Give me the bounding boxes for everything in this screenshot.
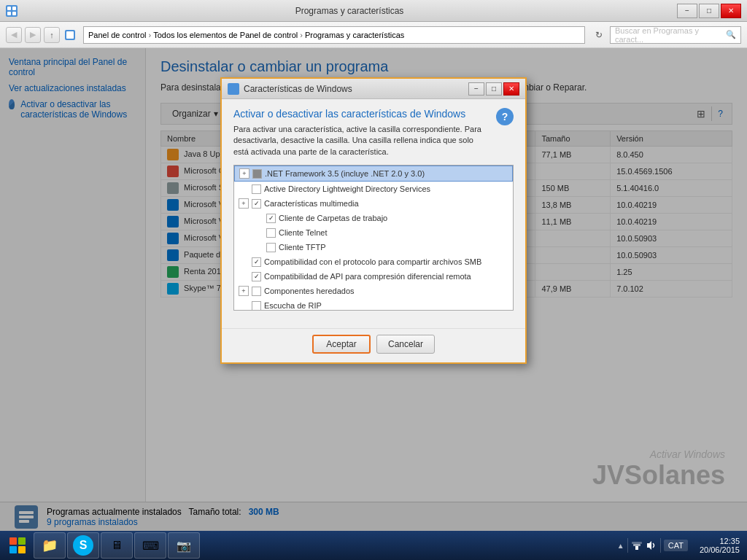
svg-rect-5 [66,31,74,39]
expand-placeholder [239,257,249,267]
taskbar: 📁 S 🖥 ⌨ 📷 ▲ CAT 12:35 20/06/2015 [0,531,747,560]
volume-icon[interactable] [646,540,657,551]
features-list-container: + .NET Framework 3.5 (incluye .NET 2.0 y… [233,165,514,311]
app-icon [6,5,18,17]
tray-show-hidden-button[interactable]: ▲ [617,542,624,550]
dialog-overlay: Características de Windows − □ ✕ Activar… [0,48,747,531]
feature-checkbox[interactable] [252,199,261,209]
expand-placeholder [239,300,249,311]
feature-label: Componentes heredados [264,287,355,295]
dialog-controls[interactable]: − □ ✕ [468,82,519,96]
feature-checkbox[interactable] [252,272,261,281]
svg-rect-1 [12,7,16,10]
clock-date: 20/06/2015 [700,545,740,554]
breadcrumb-part3: Programas y características [305,31,404,39]
feature-checkbox[interactable] [252,169,262,179]
feature-checkbox[interactable] [266,214,276,223]
system-tray: ▲ CAT [611,538,694,553]
taskbar-app4[interactable]: ⌨ [134,532,166,559]
svg-rect-11 [633,544,640,546]
svg-rect-12 [632,542,642,544]
feature-label: Cliente de Carpetas de trabajo [279,214,387,222]
forward-button[interactable]: ▶ [25,27,41,43]
feature-checkbox[interactable] [252,301,261,311]
features-list: + .NET Framework 3.5 (incluye .NET 2.0 y… [234,166,513,311]
window-controls[interactable]: − □ ✕ [677,4,741,18]
feature-label: Compatibilidad de API para compresión di… [264,272,471,281]
expand-placeholder [253,213,263,223]
feature-checkbox[interactable] [252,257,261,267]
language-indicator[interactable]: CAT [664,540,688,551]
feature-item[interactable]: Escucha de RIP [234,298,513,311]
expand-button[interactable]: + [239,198,249,209]
feature-label: Escucha de RIP [264,301,322,310]
dialog-maximize-button[interactable]: □ [486,82,502,96]
feature-item[interactable]: Cliente Telnet [234,225,513,240]
feature-label: Características multimedia [264,199,359,208]
feature-label: Cliente TFTP [279,243,326,252]
start-button[interactable] [3,531,32,560]
feature-checkbox[interactable] [266,243,276,252]
title-bar: Programas y características − □ ✕ [0,0,747,22]
window-title: Programas y características [22,6,677,16]
address-bar[interactable]: Panel de control › Todos los elementos d… [83,26,585,44]
windows-features-dialog: Características de Windows − □ ✕ Activar… [220,77,527,364]
clock-time: 12:35 [700,537,740,545]
refresh-button[interactable]: ↻ [591,26,607,44]
feature-label: Cliente Telnet [279,228,327,237]
feature-checkbox[interactable] [252,287,261,296]
close-button[interactable]: ✕ [721,4,741,18]
dialog-body: Activar o desactivar las características… [222,99,525,328]
cancel-button[interactable]: Cancelar [376,335,435,354]
dialog-header-text: Activar o desactivar las características… [233,108,489,158]
maximize-button[interactable]: □ [699,4,719,18]
dialog-close-button[interactable]: ✕ [503,82,519,96]
taskbar-explorer[interactable]: 📁 [34,532,66,559]
back-button[interactable]: ◀ [6,27,22,43]
taskbar-app5[interactable]: 📷 [168,532,200,559]
breadcrumb-arrow2: › [300,31,303,39]
expand-button[interactable]: + [239,168,249,179]
dialog-title-bar: Características de Windows − □ ✕ [222,79,525,99]
dialog-header-title: Activar o desactivar las características… [233,108,489,120]
feature-item[interactable]: Cliente TFTP [234,240,513,254]
svg-rect-3 [12,12,16,15]
svg-rect-0 [7,7,11,10]
expand-placeholder [253,228,263,238]
feature-item[interactable]: Compatibilidad con el protocolo para com… [234,254,513,269]
feature-label: .NET Framework 3.5 (incluye .NET 2.0 y 3… [265,169,425,178]
feature-label: Compatibilidad con el protocolo para com… [264,257,481,266]
up-button[interactable]: ↑ [44,27,60,43]
dialog-help-icon[interactable]: ? [496,108,514,125]
navigation-bar: ◀ ▶ ↑ Panel de control › Todos los eleme… [0,22,747,48]
expand-placeholder [239,184,249,194]
feature-item[interactable]: Cliente de Carpetas de trabajo [234,211,513,225]
dialog-description: Para activar una característica, active … [233,124,489,158]
feature-item[interactable]: Compatibilidad de API para compresión di… [234,269,513,284]
feature-checkbox[interactable] [252,184,261,194]
taskbar-app3[interactable]: 🖥 [101,532,133,559]
svg-rect-10 [635,546,638,550]
breadcrumb-part1: Panel de control [88,31,147,39]
feature-item[interactable]: Active Directory Lightweight Directory S… [234,182,513,196]
expand-placeholder [253,242,263,252]
feature-item[interactable]: + .NET Framework 3.5 (incluye .NET 2.0 y… [234,166,513,182]
breadcrumb-arrow1: › [149,31,152,39]
network-icon[interactable] [631,540,643,551]
feature-label: Active Directory Lightweight Directory S… [264,184,430,193]
accept-button[interactable]: Aceptar [312,335,371,354]
taskbar-clock[interactable]: 12:35 20/06/2015 [695,537,744,554]
minimize-button[interactable]: − [677,4,697,18]
feature-item[interactable]: + Componentes heredados [234,284,513,298]
expand-placeholder [239,271,249,281]
svg-marker-13 [647,541,651,550]
taskbar-skype[interactable]: S [67,532,99,559]
expand-button[interactable]: + [239,286,249,296]
feature-item[interactable]: + Características multimedia [234,196,513,211]
search-box[interactable]: Buscar en Programas y caract... 🔍 [610,26,741,44]
skype-icon: S [73,535,93,556]
dialog-minimize-button[interactable]: − [468,82,484,96]
dialog-header: Activar o desactivar las características… [233,108,514,158]
search-placeholder: Buscar en Programas y caract... [615,26,726,44]
feature-checkbox[interactable] [266,228,276,238]
